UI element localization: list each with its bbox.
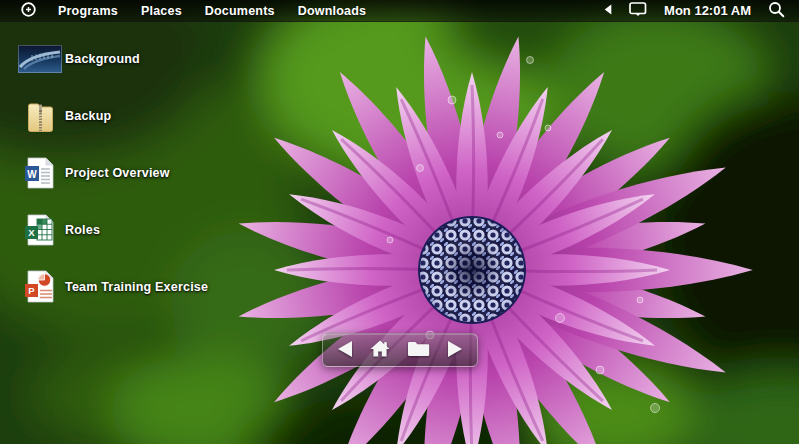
image-thumbnail-icon — [18, 45, 62, 73]
display-monitor-icon — [629, 2, 647, 20]
menu-downloads[interactable]: Downloads — [298, 4, 366, 18]
menu-documents[interactable]: Documents — [205, 4, 275, 18]
desktop-icon-label: Roles — [65, 223, 100, 237]
collapse-back-button[interactable] — [604, 3, 612, 18]
zip-folder-icon — [18, 99, 62, 133]
back-triangle-icon — [337, 341, 354, 360]
home-icon — [370, 340, 390, 360]
back-button[interactable] — [335, 339, 356, 362]
menu-places[interactable]: Places — [141, 4, 182, 18]
desktop-icon-label: Backup — [65, 109, 111, 123]
menu-programs[interactable]: Programs — [58, 4, 118, 18]
top-bar: Programs Places Documents Downloads — [0, 0, 799, 22]
folder-icon — [407, 341, 430, 360]
search-icon — [768, 1, 785, 21]
desktop-icon-project-overview[interactable]: W Project Overview — [18, 144, 208, 201]
forward-triangle-icon — [446, 341, 463, 360]
topbar-status-area: Mon 12:01 AM — [604, 1, 785, 21]
excel-spreadsheet-icon: X — [18, 214, 62, 246]
powerpoint-presentation-icon: P — [18, 270, 62, 303]
clock[interactable]: Mon 12:01 AM — [664, 3, 751, 18]
svg-text:W: W — [27, 168, 37, 179]
target-logo-icon — [20, 1, 37, 21]
desktop-icon-roles[interactable]: X Roles — [18, 201, 208, 258]
search-button[interactable] — [768, 1, 785, 21]
display-settings-button[interactable] — [629, 2, 647, 20]
forward-button[interactable] — [444, 339, 465, 362]
word-document-icon: W — [18, 157, 62, 189]
back-arrow-icon — [604, 3, 612, 18]
desktop-icon-background[interactable]: Background — [18, 30, 208, 87]
desktop-icon-label: Project Overview — [65, 166, 170, 180]
menu-bar: Programs Places Documents Downloads — [58, 4, 366, 18]
flower-center — [418, 216, 526, 324]
home-button[interactable] — [368, 338, 392, 362]
desktop-screen: Programs Places Documents Downloads — [0, 0, 799, 444]
svg-text:X: X — [28, 226, 35, 237]
svg-text:P: P — [28, 285, 35, 296]
files-button[interactable] — [405, 339, 432, 362]
desktop-icon-label: Background — [65, 52, 140, 66]
desktop-icon-backup[interactable]: Backup — [18, 87, 208, 144]
desktop-icon-team-training-exercise[interactable]: P Team Training Exercise — [18, 258, 208, 315]
desktop-icon-list: Background Backup — [18, 30, 208, 315]
desktop-icon-label: Team Training Exercise — [65, 280, 208, 294]
system-logo-button[interactable] — [20, 1, 37, 21]
navigation-dock — [322, 333, 478, 367]
